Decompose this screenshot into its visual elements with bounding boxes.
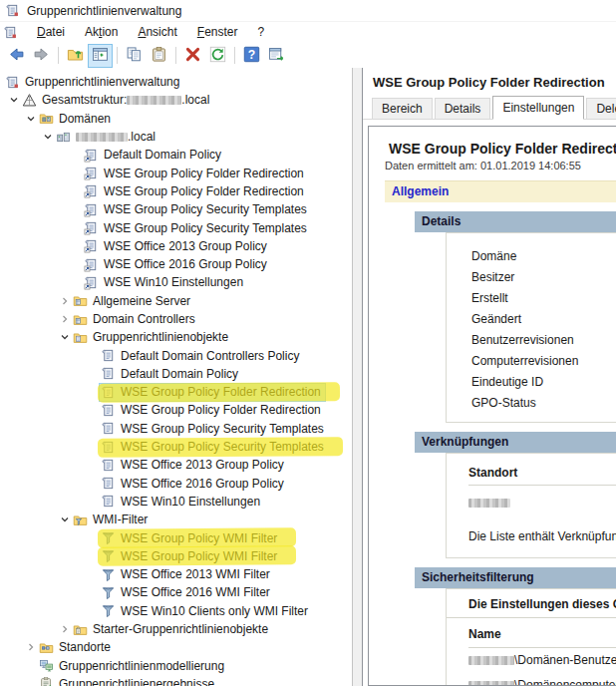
tree-item-content[interactable]: WSE Office 2013 Group Policy: [100, 457, 288, 474]
tree-item-content[interactable]: Starter-Gruppenrichtlinienobjekte: [72, 621, 272, 638]
menu-item-ansicht[interactable]: Ansicht: [128, 23, 186, 42]
tree-item[interactable]: WSE Group Policy Folder Redirection: [0, 383, 352, 401]
chevron-collapsed-icon[interactable]: [58, 623, 72, 635]
tree-item[interactable]: WSE Group Policy Security Templates: [0, 438, 352, 456]
tree-item[interactable]: WSE Group Policy Security Templates: [0, 200, 352, 218]
back-button[interactable]: [4, 44, 29, 68]
delete-button[interactable]: [180, 44, 205, 68]
section-allgemein[interactable]: Allgemein: [385, 180, 616, 202]
tree-item-content[interactable]: Gruppenrichtlinienobjekte: [72, 329, 232, 346]
tree-item-content[interactable]: WSE Group Policy Folder Redirection: [83, 182, 308, 199]
tree-item[interactable]: Gesamtstruktur: .local: [0, 91, 352, 109]
chevron-collapsed-icon[interactable]: [58, 295, 72, 307]
tree-item-content[interactable]: WSE Win10 Einstellungen: [100, 493, 264, 510]
chevron-expanded-icon[interactable]: [41, 131, 55, 143]
menu-item-datei[interactable]: Datei: [27, 23, 75, 42]
help-button[interactable]: ?: [239, 44, 264, 68]
tree-item-content[interactable]: Gruppenrichtlinienmodellierung: [38, 657, 228, 674]
chevron-collapsed-icon[interactable]: [24, 641, 38, 653]
section-details[interactable]: Details: [415, 211, 616, 232]
tree-item[interactable]: Gruppenrichtlinienergebnisse: [0, 675, 352, 686]
tree-item-content[interactable]: WSE Group Policy WMI Filter: [100, 529, 281, 546]
show-console-tree-button[interactable]: [88, 44, 113, 68]
tree-item-content[interactable]: WSE Group Policy Security Templates: [100, 420, 328, 437]
tree-item[interactable]: WSE Group Policy Folder Redirection: [0, 164, 352, 181]
tree-item-content[interactable]: Allgemeine Server: [72, 292, 194, 309]
tree-item-content[interactable]: WSE Group Policy WMI Filter: [100, 547, 281, 564]
tree-item-content[interactable]: Domänen: [38, 110, 115, 127]
console-tree-pane[interactable]: GruppenrichtlinienverwaltungGesamtstrukt…: [0, 68, 353, 686]
tree-item[interactable]: Gruppenrichtlinienmodellierung: [0, 657, 352, 675]
chevron-expanded-icon[interactable]: [24, 113, 38, 125]
chevron-expanded-icon[interactable]: [7, 94, 21, 106]
tree-item-content[interactable]: WSE Group Policy Security Templates: [83, 219, 311, 236]
tree-item-content[interactable]: WSE Group Policy Folder Redirection: [100, 402, 325, 419]
tree-item[interactable]: .local: [0, 128, 352, 146]
tab-delegierung[interactable]: Delegierung: [586, 98, 616, 119]
tree-item[interactable]: WSE Office 2016 Group Policy: [0, 255, 352, 273]
paste-button[interactable]: [147, 44, 171, 68]
tree-item-content[interactable]: Default Domain Policy: [100, 365, 242, 382]
tree-item-content[interactable]: Standorte: [38, 639, 115, 656]
section-sicherheitsfilterung[interactable]: Sicherheitsfilterung: [415, 567, 616, 588]
tree-item-content[interactable]: .local: [55, 129, 159, 146]
tree-item-content[interactable]: WSE Group Policy Security Templates: [83, 201, 311, 218]
tree-item[interactable]: WSE Office 2013 WMI Filter: [0, 565, 352, 583]
forward-button[interactable]: [29, 44, 54, 68]
tree-item[interactable]: WMI-Filter: [0, 511, 352, 528]
tree-item[interactable]: Standorte: [0, 638, 352, 656]
tree-item[interactable]: Domain Controllers: [0, 310, 352, 328]
tree-item[interactable]: Default Domain Controllers Policy: [0, 346, 352, 364]
tree-item-selected[interactable]: WSE Group Policy Folder Redirection: [100, 384, 325, 401]
tree-item-content[interactable]: WSE Office 2016 WMI Filter: [100, 584, 274, 601]
export-list-button[interactable]: [264, 44, 289, 68]
up-one-level-button[interactable]: [63, 44, 88, 68]
tree-item[interactable]: WSE Win10 Einstellungen: [0, 273, 352, 291]
chevron-expanded-icon[interactable]: [58, 331, 72, 343]
tree-item[interactable]: WSE Office 2016 Group Policy: [0, 475, 352, 493]
tree-item-content[interactable]: WSE Office 2013 Group Policy: [83, 237, 271, 254]
tree-item[interactable]: WSE Office 2016 WMI Filter: [0, 583, 352, 601]
tree-item[interactable]: WSE Win10 Einstellungen: [0, 493, 352, 511]
tree-item[interactable]: WSE Group Policy Folder Redirection: [0, 182, 352, 200]
tab-bereich[interactable]: Bereich: [372, 98, 433, 119]
menu-item-fenster[interactable]: Fenster: [187, 23, 248, 42]
tree-item[interactable]: WSE Group Policy WMI Filter: [0, 547, 352, 565]
tree-item-content[interactable]: Gesamtstruktur: .local: [21, 92, 213, 109]
tree-item-content[interactable]: Gruppenrichtlinienverwaltung: [4, 74, 183, 91]
tree-item-content[interactable]: WSE Office 2016 Group Policy: [100, 475, 288, 492]
tree-item[interactable]: Default Domain Policy: [0, 365, 352, 383]
tree-item-content[interactable]: Default Domain Controllers Policy: [100, 347, 303, 364]
section-verknuepfungen[interactable]: Verknüpfungen: [415, 432, 616, 453]
tree-item-content[interactable]: Default Domain Policy: [83, 147, 225, 164]
copy-button[interactable]: [122, 44, 147, 68]
tree-item[interactable]: WSE Group Policy Security Templates: [0, 218, 352, 236]
tree-item-content[interactable]: WSE Win10 Clients only WMI Filter: [100, 602, 312, 619]
tab-details[interactable]: Details: [435, 98, 491, 119]
tree-item-content[interactable]: WSE Office 2016 Group Policy: [83, 256, 271, 273]
tree-item-content[interactable]: WSE Group Policy Security Templates: [100, 439, 328, 456]
tab-einstellungen[interactable]: Einstellungen: [492, 96, 584, 120]
tree-item[interactable]: WSE Office 2013 Group Policy: [0, 237, 352, 255]
tree-item[interactable]: Default Domain Policy: [0, 146, 352, 164]
tree-item[interactable]: Allgemeine Server: [0, 292, 352, 310]
tree-item[interactable]: Gruppenrichtlinienverwaltung: [0, 73, 352, 91]
tree-item-content[interactable]: Domain Controllers: [72, 311, 199, 328]
tree-item-content[interactable]: WMI-Filter: [72, 512, 152, 528]
chevron-collapsed-icon[interactable]: [58, 313, 72, 325]
tree-item[interactable]: Gruppenrichtlinienobjekte: [0, 328, 352, 346]
tree-item[interactable]: WSE Group Policy WMI Filter: [0, 528, 352, 546]
tree-item-content[interactable]: WSE Win10 Einstellungen: [83, 274, 247, 291]
chevron-expanded-icon[interactable]: [58, 514, 72, 525]
tree-item-content[interactable]: WSE Office 2013 WMI Filter: [100, 566, 274, 583]
menu-item-aktion[interactable]: Aktion: [75, 23, 128, 42]
tree-item[interactable]: WSE Win10 Clients only WMI Filter: [0, 602, 352, 620]
tree-item[interactable]: WSE Group Policy Folder Redirection: [0, 401, 352, 419]
tree-item-content[interactable]: WSE Group Policy Folder Redirection: [83, 165, 308, 181]
tree-item[interactable]: Domänen: [0, 110, 352, 128]
menu-item-[interactable]: ?: [247, 23, 274, 42]
tree-item[interactable]: Starter-Gruppenrichtlinienobjekte: [0, 620, 352, 638]
tree-item[interactable]: WSE Group Policy Security Templates: [0, 420, 352, 438]
refresh-button[interactable]: [205, 44, 230, 68]
tree-item[interactable]: WSE Office 2013 Group Policy: [0, 456, 352, 474]
